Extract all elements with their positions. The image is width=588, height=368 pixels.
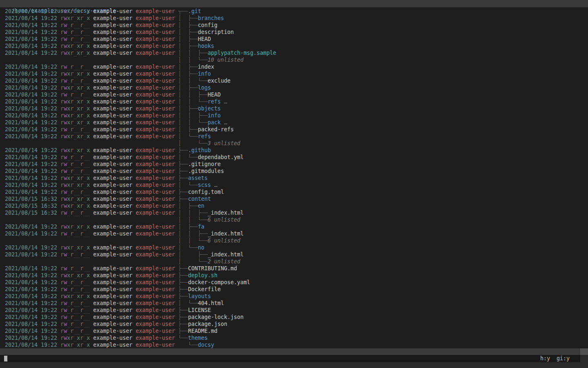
entry-name[interactable]: content <box>188 196 211 202</box>
entry-name[interactable]: HEAD <box>208 92 221 98</box>
tree-row[interactable]: 2021/08/14 19:22 rw_r__r__ example-user … <box>0 77 588 84</box>
entry-name[interactable]: LICENSE <box>188 307 211 313</box>
tree-row[interactable]: 2021/08/14 19:22 rwxr_xr_x example-user … <box>0 15 588 22</box>
search-input[interactable]: h:y gi:y <box>0 355 580 362</box>
tree-row[interactable]: 2021/08/15 16:32 rwxr_xr_x example-user … <box>0 195 588 202</box>
tree-row[interactable]: 2021/08/14 19:22 rwxr_xr_x example-user … <box>0 133 588 140</box>
tree-row[interactable]: 2021/08/14 19:22 rwxr_xr_x example-user … <box>0 84 588 91</box>
tree-row[interactable]: 2021/08/14 19:22 rwxr_xr_x example-user … <box>0 272 588 279</box>
entry-name[interactable]: .gitmodules <box>188 168 224 174</box>
tree-row[interactable]: 2021/08/14 19:22 rw_r__r__ example-user … <box>0 91 588 98</box>
entry-name[interactable]: _index.html <box>208 251 244 258</box>
entry-name[interactable]: index <box>198 64 214 70</box>
entry-name[interactable]: 404.html <box>198 300 224 306</box>
tree-row[interactable]: 2021/08/14 19:22 rw_r__r__ example-user … <box>0 36 588 43</box>
entry-name[interactable]: no <box>198 245 204 251</box>
entry-name[interactable]: CONTRIBUTING.md <box>188 265 237 272</box>
tree-row[interactable]: 2021/08/14 19:22 rw_r__r__ example-user … <box>0 251 588 258</box>
tree-row[interactable]: 2021/08/14 19:22 rw_r__r__ example-user … <box>0 321 588 328</box>
row-owner: example-user <box>93 168 132 174</box>
entry-name[interactable]: refs <box>208 99 221 105</box>
tree-row[interactable]: │ └──2 unlisted <box>0 258 588 265</box>
tree-row[interactable]: 2021/08/14 19:22 rwxr_xr_x example-user … <box>0 147 588 154</box>
entry-name[interactable]: deploy.sh <box>188 272 217 278</box>
entry-name[interactable]: _index.html <box>208 210 244 216</box>
tree-row[interactable]: 2021/08/14 19:22 rwxr_xr_x example-user … <box>0 119 588 126</box>
tree-row[interactable]: 2021/08/14 19:22 rw_r__r__ example-user … <box>0 307 588 314</box>
row-group: example-user <box>136 286 175 292</box>
tree-row[interactable]: 2021/08/14 19:22 rwxr_xr_x example-user … <box>0 244 588 251</box>
entry-name[interactable]: applypatch-msg.sample <box>208 50 276 56</box>
tree-row[interactable]: 2021/08/14 19:22 rwxr_xr_x example-user … <box>0 98 588 105</box>
entry-name[interactable]: config.toml <box>188 189 224 195</box>
entry-name[interactable]: config <box>198 22 217 28</box>
entry-name[interactable]: logs <box>198 85 211 91</box>
entry-name[interactable]: en <box>198 203 204 209</box>
entry-name[interactable]: _index.html <box>208 231 244 237</box>
entry-name[interactable]: docsy <box>198 342 214 348</box>
row-group: example-user <box>136 64 175 70</box>
tree-row[interactable]: 2021/08/14 19:22 rwxr_xr_x example-user … <box>0 334 588 341</box>
entry-name[interactable]: hooks <box>198 43 214 49</box>
entry-name[interactable]: scss <box>198 182 211 188</box>
tree-row[interactable]: 2021/08/14 19:22 rw_r__r__ example-user … <box>0 168 588 175</box>
entry-name[interactable]: README.md <box>188 328 217 334</box>
entry-name[interactable]: exclude <box>208 78 231 84</box>
entry-name[interactable]: description <box>198 29 234 35</box>
tree-row[interactable]: 2021/08/14 19:22 rw_r__r__ example-user … <box>0 154 588 161</box>
tree-row[interactable]: 2021/08/14 19:22 rw_r__r__ example-user … <box>0 29 588 36</box>
entry-name[interactable]: objects <box>198 105 220 112</box>
entry-name[interactable]: assets <box>188 175 207 181</box>
tree-row[interactable]: 2021/08/14 19:22 rwxr_xr_x example-user … <box>0 70 588 77</box>
row-owner: example-user <box>93 307 132 313</box>
entry-name[interactable]: package-lock.json <box>188 314 243 320</box>
scrollbar-thumb[interactable] <box>580 348 588 355</box>
toggle-flags: h:y gi:y <box>540 355 570 362</box>
entry-name[interactable]: layouts <box>188 293 211 299</box>
entry-name[interactable]: themes <box>188 335 207 341</box>
tree-row[interactable]: │ │ └──10 unlisted <box>0 56 588 63</box>
entry-name[interactable]: .git <box>188 8 201 14</box>
entry-name[interactable]: HEAD <box>198 36 211 42</box>
tree-row[interactable]: 2021/08/14 19:22 rwxr_xr_x example-user … <box>0 8 588 15</box>
tree-row[interactable]: 2021/08/14 19:22 rw_r__r__ example-user … <box>0 314 588 321</box>
tree-row[interactable]: 2021/08/15 16:32 rw_r__r__ example-user … <box>0 209 588 216</box>
tree-row[interactable]: 2021/08/14 19:22 rw_r__r__ example-user … <box>0 328 588 334</box>
tree-row[interactable]: 2021/08/14 19:22 rw_r__r__ example-user … <box>0 126 588 133</box>
tree-row[interactable]: 2021/08/14 19:22 rw_r__r__ example-user … <box>0 63 588 70</box>
entry-name[interactable]: docker-compose.yaml <box>188 279 250 285</box>
entry-name[interactable]: packed-refs <box>198 126 234 132</box>
entry-name[interactable]: dependabot.yml <box>198 154 243 160</box>
entry-name[interactable]: info <box>208 112 221 119</box>
tree-row[interactable]: 2021/08/14 19:22 rwxr_xr_x example-user … <box>0 341 588 348</box>
tree-row[interactable]: 2021/08/14 19:22 rwxr_xr_x example-user … <box>0 105 588 112</box>
entry-name[interactable]: Dockerfile <box>188 286 220 292</box>
tree-row[interactable]: 2021/08/14 19:22 rw_r__r__ example-user … <box>0 188 588 195</box>
tree-row[interactable]: 2021/08/14 19:22 rwxr_xr_x example-user … <box>0 175 588 182</box>
tree-row[interactable]: 2021/08/14 19:22 rwxr_xr_x example-user … <box>0 293 588 300</box>
entry-name[interactable]: package.json <box>188 321 227 327</box>
tree-row[interactable]: 2021/08/15 16:32 rwxr_xr_x example-user … <box>0 202 588 209</box>
tree-row[interactable]: 2021/08/14 19:22 rwxr_xr_x example-user … <box>0 223 588 230</box>
entry-name[interactable]: pack <box>208 119 221 126</box>
tree-row[interactable]: │ │ └──6 unlisted <box>0 216 588 223</box>
entry-name[interactable]: refs <box>198 133 211 139</box>
tree-row[interactable]: 2021/08/14 19:22 rw_r__r__ example-user … <box>0 300 588 307</box>
tree-row[interactable]: 2021/08/14 19:22 rw_r__r__ example-user … <box>0 265 588 272</box>
tree-row[interactable]: 2021/08/14 19:22 rw_r__r__ example-user … <box>0 161 588 168</box>
tree-row[interactable]: 2021/08/14 19:22 rwxr_xr_x example-user … <box>0 43 588 49</box>
tree-row[interactable]: │ └──3 unlisted <box>0 140 588 147</box>
entry-name[interactable]: fa <box>198 224 204 230</box>
tree-row[interactable]: 2021/08/14 19:22 rw_r__r__ example-user … <box>0 279 588 286</box>
tree-row[interactable]: 2021/08/14 19:22 rwxr_xr_x example-user … <box>0 112 588 119</box>
tree-row[interactable]: 2021/08/14 19:22 rw_r__r__ example-user … <box>0 230 588 237</box>
entry-name[interactable]: .gitignore <box>188 161 220 167</box>
tree-row[interactable]: 2021/08/14 19:22 rw_r__r__ example-user … <box>0 286 588 293</box>
entry-name[interactable]: info <box>198 71 211 77</box>
tree-row[interactable]: │ │ └──6 unlisted <box>0 237 588 244</box>
tree-row[interactable]: 2021/08/14 19:22 rwxr_xr_x example-user … <box>0 182 588 188</box>
entry-name[interactable]: .github <box>188 147 211 153</box>
entry-name[interactable]: branches <box>198 15 224 21</box>
tree-row[interactable]: 2021/08/14 19:22 rwxr_xr_x example-user … <box>0 49 588 56</box>
tree-row[interactable]: 2021/08/14 19:22 rw_r__r__ example-user … <box>0 22 588 29</box>
